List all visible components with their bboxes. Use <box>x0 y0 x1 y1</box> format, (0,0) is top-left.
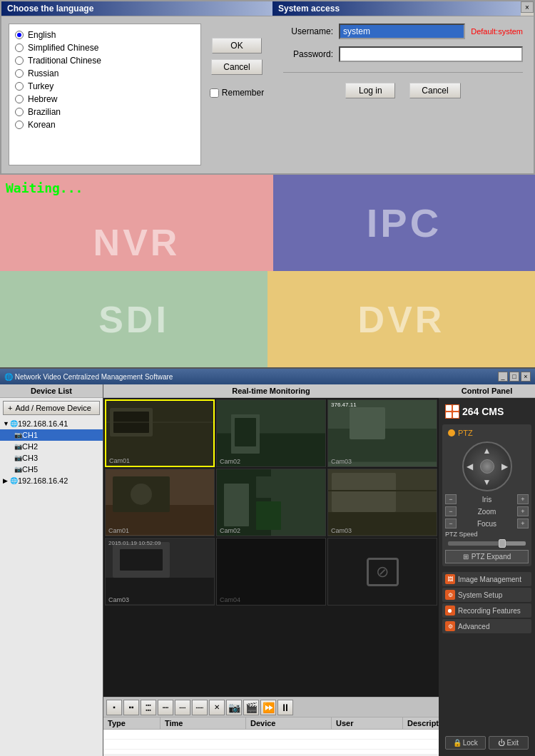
speed-slider-thumb[interactable] <box>499 539 506 548</box>
lang-buttons: OK Cancel Remember <box>208 24 265 165</box>
log-col-device: Device <box>246 717 332 729</box>
lock-button[interactable]: 🔒 Lock <box>445 736 486 750</box>
tree-item-ch1[interactable]: 📷 CH1 <box>0 429 103 441</box>
tree-item-ch3[interactable]: 📷 CH3 <box>0 452 103 464</box>
ptz-expand-button[interactable]: ⊞ PTZ Expand <box>445 550 529 563</box>
view-36-button[interactable]: ▪▪▪▪▪▪ <box>192 700 208 715</box>
tree-item-root2[interactable]: ▶ 🌐 192.168.16.42 <box>0 475 103 486</box>
lang-item-brazilian[interactable]: Brazilian <box>15 107 195 117</box>
zoom-plus-button[interactable]: + <box>517 506 529 516</box>
exit-button[interactable]: ⏻ Exit <box>489 736 529 750</box>
camera-cell-7[interactable]: 2015.01.19 10:52:09 Cam03 <box>105 538 215 606</box>
lang-item-english[interactable]: English <box>15 30 195 40</box>
sysaccess-cancel-button[interactable]: Cancel <box>409 83 460 98</box>
monitoring-area: Real-time Monitoring Cam01 <box>103 384 439 756</box>
view-16-button[interactable]: ▪▪▪▪ <box>158 700 173 715</box>
system-setup-item[interactable]: ⚙ System Setup <box>442 588 531 602</box>
record-button[interactable]: 🎬 <box>243 700 259 715</box>
lang-item-turkey[interactable]: Turkey <box>15 81 195 91</box>
log-header: Type Time Device User Description <box>103 717 439 730</box>
sysaccess-dialog-title: System access <box>272 1 521 16</box>
add-remove-device-button[interactable]: + Add / Remove Device <box>3 401 100 415</box>
ptz-wheel[interactable]: ▲ ▼ ◀ ▶ <box>462 441 512 491</box>
exit-icon: ⏻ <box>498 739 505 747</box>
pause-button[interactable]: ⏸ <box>277 700 293 715</box>
camera-cell-2[interactable]: Cam02 <box>216 399 326 467</box>
view-9-button[interactable]: ▪▪▪▪▪▪ <box>141 700 156 715</box>
speed-slider[interactable] <box>448 541 526 546</box>
username-input[interactable] <box>339 24 465 39</box>
middle-bottom-row: SDI DVR <box>0 271 535 367</box>
radio-russian[interactable] <box>15 69 24 78</box>
ptz-label: PTZ <box>458 429 473 437</box>
lang-ok-button[interactable]: OK <box>212 38 262 53</box>
playback-button[interactable]: ⏩ <box>260 700 276 715</box>
lang-item-hebrew[interactable]: Hebrew <box>15 94 195 104</box>
tree-item-ch5[interactable]: 📷 CH5 <box>0 464 103 475</box>
tree-item-ch2[interactable]: 📷 CH2 <box>0 441 103 452</box>
camera-cell-4[interactable]: Cam01 <box>105 469 215 536</box>
login-button[interactable]: Log in <box>345 83 395 98</box>
ptz-right-arrow[interactable]: ▶ <box>501 461 508 471</box>
nvr-close-button[interactable]: × <box>521 372 531 382</box>
nvr-body: Device List + Add / Remove Device ▼ 🌐 19… <box>0 384 535 756</box>
ptz-center-button[interactable] <box>480 459 494 474</box>
recording-icon: ⏺ <box>445 606 455 615</box>
cms-logo: 264 CMS <box>442 402 531 422</box>
cam1-feed <box>106 401 213 466</box>
middle-top-row: Waiting... NVR IPC <box>0 175 535 271</box>
view-25-button[interactable]: ▪▪▪▪▪ <box>175 700 190 715</box>
lang-item-korean[interactable]: Korean <box>15 120 195 130</box>
ptz-left-arrow[interactable]: ◀ <box>467 461 473 471</box>
view-4-button[interactable]: ▪▪ <box>123 700 139 715</box>
tree-item-root1[interactable]: ▼ 🌐 192.168.16.41 <box>0 418 103 429</box>
password-label: Password: <box>283 49 333 59</box>
advanced-item[interactable]: ⚙ Advanced <box>442 619 531 633</box>
remember-checkbox[interactable] <box>210 88 219 98</box>
radio-english[interactable] <box>15 31 24 39</box>
ptz-dot <box>448 429 455 436</box>
iris-row: − Iris + <box>445 494 529 504</box>
camera-cell-8[interactable]: Cam04 <box>216 538 326 606</box>
channel-icon: 📷 <box>14 431 22 439</box>
system-setup-icon: ⚙ <box>445 590 455 600</box>
cam7-feed <box>106 538 214 605</box>
ptz-up-arrow[interactable]: ▲ <box>483 446 491 456</box>
password-input[interactable] <box>339 46 523 62</box>
lang-cancel-button[interactable]: Cancel <box>211 59 262 75</box>
focus-minus-button[interactable]: − <box>445 519 457 528</box>
camera-cell-9[interactable] <box>327 538 437 606</box>
snapshot-button[interactable]: 📷 <box>226 700 242 715</box>
lang-dialog-title: Choose the language <box>1 1 272 16</box>
minimize-button[interactable]: _ <box>498 372 508 382</box>
lang-item-traditional-chinese[interactable]: Traditional Chinese <box>15 56 195 66</box>
close-button[interactable]: × <box>521 1 534 13</box>
iris-minus-button[interactable]: − <box>445 494 457 504</box>
cam3-feed <box>328 400 437 466</box>
zoom-minus-button[interactable]: − <box>445 506 457 516</box>
radio-turkey[interactable] <box>15 82 24 91</box>
close-all-button[interactable]: ✕ <box>209 700 225 715</box>
iris-plus-button[interactable]: + <box>517 494 529 504</box>
radio-simplified-chinese[interactable] <box>15 44 24 52</box>
recording-features-item[interactable]: ⏺ Recording Features <box>442 603 531 618</box>
camera-cell-5[interactable]: Cam02 <box>216 469 326 536</box>
nvr-label: NVR <box>93 221 180 264</box>
radio-hebrew[interactable] <box>15 95 24 103</box>
view-1-button[interactable]: ▪ <box>106 700 122 715</box>
radio-korean[interactable] <box>15 121 24 129</box>
camera-cell-6[interactable]: Cam03 <box>327 469 437 536</box>
radio-traditional-chinese[interactable] <box>15 56 24 65</box>
log-col-time: Time <box>160 717 246 729</box>
maximize-button[interactable]: □ <box>509 372 519 382</box>
ptz-label-row: PTZ <box>445 427 529 439</box>
panel-nvr: Waiting... NVR <box>0 175 273 271</box>
lang-item-simplified-chinese[interactable]: Simplified Chinese <box>15 43 195 53</box>
lang-item-russian[interactable]: Russian <box>15 68 195 78</box>
focus-plus-button[interactable]: + <box>517 519 529 528</box>
camera-cell-1[interactable]: Cam01 <box>105 399 215 467</box>
ptz-down-arrow[interactable]: ▼ <box>483 477 491 487</box>
camera-cell-3[interactable]: 376.47.11 Cam03 <box>327 399 437 467</box>
radio-brazilian[interactable] <box>15 108 24 116</box>
image-management-item[interactable]: 🖼 Image Management <box>442 572 531 586</box>
